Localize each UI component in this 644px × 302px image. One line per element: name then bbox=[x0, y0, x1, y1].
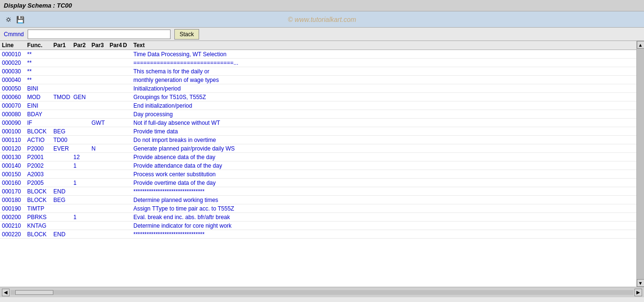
scroll-left-arrow[interactable]: ◀ bbox=[2, 289, 10, 296]
table-row[interactable]: 000080 BDAY Day processing bbox=[0, 110, 636, 119]
cell-line: 000220 bbox=[0, 231, 26, 238]
cell-par1: TD00 bbox=[52, 137, 72, 143]
cell-line: 000070 bbox=[0, 102, 26, 109]
cell-par1: END bbox=[52, 231, 72, 238]
cell-text: Determine indicator for core night work bbox=[132, 222, 636, 229]
cell-line: 000100 bbox=[0, 128, 26, 135]
stack-button[interactable]: Stack bbox=[174, 29, 199, 40]
cell-text: End initialization/period bbox=[132, 102, 636, 109]
cell-func: P2002 bbox=[26, 162, 52, 169]
cell-func: ** bbox=[26, 68, 52, 75]
cell-line: 000130 bbox=[0, 154, 26, 161]
table-row[interactable]: 000030 ** This schema is for the daily o… bbox=[0, 67, 636, 76]
table-row[interactable]: 000180 BLOCK BEG Determine planned worki… bbox=[0, 196, 636, 204]
cell-text: Eval. break end inc. abs. bfr/aftr break bbox=[132, 214, 636, 221]
table-row[interactable]: 000210 KNTAG Determine indicator for cor… bbox=[0, 221, 636, 230]
cell-text: monthly generation of wage types bbox=[132, 77, 636, 83]
title-text: Display Schema : TC00 bbox=[4, 2, 72, 9]
table-row[interactable]: 000070 EINI End initialization/period bbox=[0, 101, 636, 110]
table-row[interactable]: 000060 MOD TMOD GEN Groupings for T510S,… bbox=[0, 93, 636, 101]
cell-func: ** bbox=[26, 77, 52, 83]
column-headers: Line Func. Par1 Par2 Par3 Par4 D Text bbox=[0, 41, 636, 50]
cell-line: 000050 bbox=[0, 85, 26, 92]
col-header-func: Func. bbox=[26, 42, 52, 49]
cell-text: ******************************** bbox=[132, 188, 636, 195]
save-icon[interactable]: 💾 bbox=[15, 15, 25, 24]
table-row[interactable]: 000220 BLOCK END ***********************… bbox=[0, 230, 636, 239]
scroll-right-arrow[interactable]: ▶ bbox=[634, 289, 642, 296]
cell-text: Determine planned working times bbox=[132, 197, 636, 203]
cell-text: Initialization/period bbox=[132, 85, 636, 92]
cell-text: Do not import breaks in overtime bbox=[132, 137, 636, 143]
cell-text: ******************************** bbox=[132, 231, 636, 238]
bottom-bar: ◀ ▶ bbox=[0, 287, 644, 297]
table-body: 000010 ** Time Data Processing, WT Selec… bbox=[0, 50, 636, 239]
cell-par2: GEN bbox=[72, 94, 91, 101]
cell-line: 000190 bbox=[0, 205, 26, 212]
col-header-line: Line bbox=[0, 42, 26, 49]
table-row[interactable]: 000140 P2002 1 Provide attendance data o… bbox=[0, 161, 636, 170]
table-row[interactable]: 000050 BINI Initialization/period bbox=[0, 84, 636, 93]
cell-text: Provide attendance data of the day bbox=[132, 162, 636, 169]
col-header-d: D bbox=[122, 42, 132, 49]
cell-func: BLOCK bbox=[26, 188, 52, 195]
scroll-track-horizontal[interactable] bbox=[10, 290, 634, 295]
cell-line: 000210 bbox=[0, 222, 26, 229]
scroll-thumb-horizontal bbox=[15, 290, 53, 295]
cell-func: BINI bbox=[26, 85, 52, 92]
table-row[interactable]: 000130 P2001 12 Provide absence data of … bbox=[0, 153, 636, 161]
cell-line: 000040 bbox=[0, 77, 26, 83]
cell-func: BLOCK bbox=[26, 128, 52, 135]
cell-par2: 1 bbox=[72, 214, 91, 221]
table-row[interactable]: 000090 IF GWT Not if full-day absence wi… bbox=[0, 119, 636, 127]
cell-line: 000140 bbox=[0, 162, 26, 169]
table-row[interactable]: 000150 A2003 Process work center substit… bbox=[0, 170, 636, 179]
table-row[interactable]: 000010 ** Time Data Processing, WT Selec… bbox=[0, 50, 636, 59]
scroll-down-arrow[interactable]: ▼ bbox=[637, 279, 644, 287]
cell-func: MOD bbox=[26, 94, 52, 101]
table-row[interactable]: 000160 P2005 1 Provide overtime data of … bbox=[0, 179, 636, 187]
cell-func: IF bbox=[26, 120, 52, 126]
cell-func: P2000 bbox=[26, 145, 52, 152]
cell-line: 000080 bbox=[0, 111, 26, 118]
command-input[interactable] bbox=[28, 30, 171, 39]
cell-par2: 1 bbox=[72, 162, 91, 169]
title-bar: Display Schema : TC00 bbox=[0, 0, 644, 11]
right-scrollbar[interactable]: ▲ ▼ bbox=[636, 41, 644, 287]
cell-func: BDAY bbox=[26, 111, 52, 118]
cell-line: 000160 bbox=[0, 180, 26, 186]
cell-text: Assign TType to time pair acc. to T555Z bbox=[132, 205, 636, 212]
cell-func: ** bbox=[26, 51, 52, 58]
table-row[interactable]: 000020 ** ==============================… bbox=[0, 59, 636, 67]
cell-par3: N bbox=[91, 145, 109, 152]
watermark: © www.tutorialkart.com bbox=[288, 16, 356, 23]
cell-text: Provide time data bbox=[132, 128, 636, 135]
cell-text: Not if full-day absence without WT bbox=[132, 120, 636, 126]
cell-func: A2003 bbox=[26, 171, 52, 178]
table-row[interactable]: 000170 BLOCK END ***********************… bbox=[0, 187, 636, 196]
cell-text: Provide absence data of the day bbox=[132, 154, 636, 161]
scroll-track-vertical[interactable] bbox=[637, 49, 644, 279]
cell-func: PBRKS bbox=[26, 214, 52, 221]
settings-icon[interactable]: ⛭ bbox=[4, 15, 13, 24]
table-row[interactable]: 000040 ** monthly generation of wage typ… bbox=[0, 76, 636, 84]
table-row[interactable]: 000100 BLOCK BEG Provide time data bbox=[0, 127, 636, 136]
cell-par1: BEG bbox=[52, 128, 72, 135]
cell-text: Process work center substitution bbox=[132, 171, 636, 178]
command-bar: Cmmnd Stack bbox=[0, 28, 644, 41]
cell-func: EINI bbox=[26, 102, 52, 109]
cell-par1: END bbox=[52, 188, 72, 195]
cell-par1: TMOD bbox=[52, 94, 72, 101]
cell-func: TIMTP bbox=[26, 205, 52, 212]
cell-par2: 1 bbox=[72, 180, 91, 186]
cell-text: ==============================... bbox=[132, 60, 636, 66]
scroll-up-arrow[interactable]: ▲ bbox=[637, 41, 644, 49]
cell-func: ** bbox=[26, 60, 52, 66]
cell-text: Time Data Processing, WT Selection bbox=[132, 51, 636, 58]
table-row[interactable]: 000110 ACTIO TD00 Do not import breaks i… bbox=[0, 136, 636, 144]
cell-par1: EVER bbox=[52, 145, 72, 152]
table-row[interactable]: 000190 TIMTP Assign TType to time pair a… bbox=[0, 204, 636, 213]
table-row[interactable]: 000200 PBRKS 1 Eval. break end inc. abs.… bbox=[0, 213, 636, 221]
table-row[interactable]: 000120 P2000 EVER N Generate planned pai… bbox=[0, 144, 636, 153]
col-header-text: Text bbox=[132, 42, 636, 49]
